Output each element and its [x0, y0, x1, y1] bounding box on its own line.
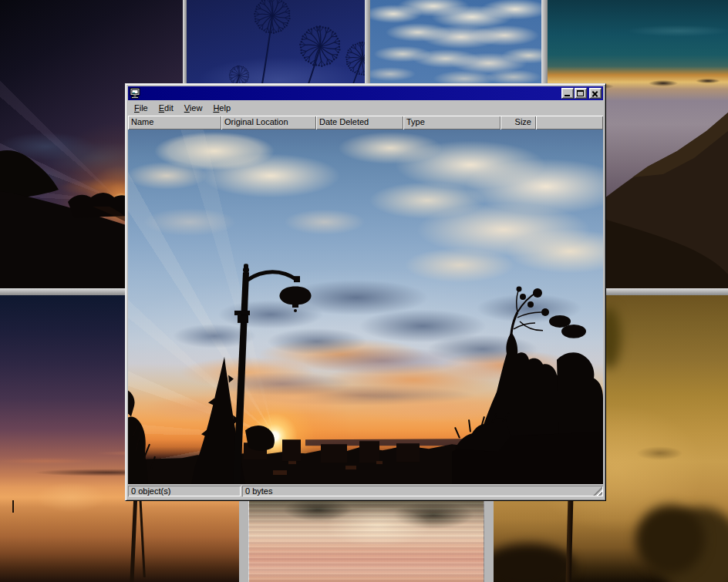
blurred-tree-mass: [635, 505, 705, 574]
menu-edit[interactable]: Edit: [153, 102, 179, 114]
close-button[interactable]: [589, 88, 602, 99]
status-size: 0 bytes: [242, 486, 603, 496]
column-header-date-deleted[interactable]: Date Deleted: [316, 116, 403, 130]
window-controls: [561, 88, 602, 99]
sunset-silhouettes: [128, 130, 603, 484]
minimize-icon: [565, 95, 570, 96]
lake-stick-icon: [12, 500, 14, 513]
status-object-count: 0 object(s): [128, 486, 241, 496]
column-header-row: Name Original Location Date Deleted Type…: [128, 116, 603, 130]
column-header-name[interactable]: Name: [128, 116, 221, 130]
column-header-type[interactable]: Type: [403, 116, 501, 130]
column-header-filler: [536, 116, 603, 130]
maximize-icon: [577, 90, 584, 96]
column-header-size[interactable]: Size: [501, 116, 536, 130]
maximize-button[interactable]: [575, 88, 587, 99]
lake-pole-icon: [130, 490, 137, 582]
column-header-original-location[interactable]: Original Location: [221, 116, 316, 130]
minimize-button[interactable]: [561, 88, 574, 99]
recycle-bin-window: File Edit View Help Name Original Locati…: [125, 83, 606, 501]
folder-view-sunset-photo[interactable]: [128, 130, 603, 484]
desktop: File Edit View Help Name Original Locati…: [0, 0, 728, 582]
menu-help[interactable]: Help: [207, 102, 236, 114]
water-ripples: [248, 497, 484, 582]
window-icon: [130, 88, 142, 99]
blurred-shadow: [494, 543, 575, 582]
status-bar: 0 object(s) 0 bytes: [128, 484, 603, 498]
lake-pole-icon: [139, 496, 146, 577]
menu-bar: File Edit View Help: [128, 100, 603, 116]
menu-view[interactable]: View: [179, 102, 208, 114]
title-bar[interactable]: [128, 86, 603, 100]
menu-file[interactable]: File: [129, 102, 153, 114]
resize-grip[interactable]: [593, 486, 602, 496]
